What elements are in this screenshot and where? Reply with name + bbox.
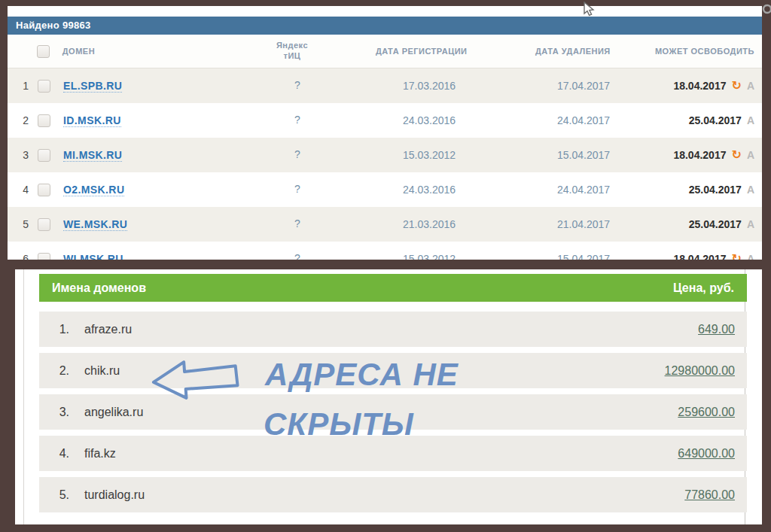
column-header-domain[interactable]: ДОМЕН bbox=[58, 47, 237, 56]
results-count-label: Найдено 99863 bbox=[16, 20, 91, 31]
price-table-title: Имена доменов bbox=[52, 281, 146, 295]
auction-flag: A bbox=[747, 114, 754, 126]
column-header-registration-date[interactable]: ДАТА РЕГИСТРАЦИИ bbox=[348, 47, 495, 56]
yandex-tic-value: ? bbox=[241, 148, 354, 162]
row-checkbox[interactable] bbox=[38, 253, 50, 260]
refresh-icon[interactable]: ↻ bbox=[731, 149, 741, 161]
list-item-number: 5. bbox=[39, 488, 69, 502]
registration-date: 17.03.2016 bbox=[354, 80, 504, 92]
release-date: 18.04.2017 bbox=[673, 253, 726, 260]
mouse-cursor-icon bbox=[582, 2, 596, 20]
list-item-price-link[interactable]: 649000.00 bbox=[678, 447, 735, 461]
list-item-domain: turdialog.ru bbox=[84, 488, 145, 502]
domain-link[interactable]: EL.SPB.RU bbox=[63, 80, 122, 93]
composite-screenshot: Найдено 99863 ДОМЕН Яндекс тИЦ ДАТА РЕГИ… bbox=[0, 0, 771, 532]
row-number: 5 bbox=[8, 218, 29, 230]
price-table: Имена доменов Цена, руб. 1. afraze.ru 64… bbox=[39, 274, 747, 512]
row-checkbox[interactable] bbox=[38, 80, 50, 93]
table-header-row: ДОМЕН Яндекс тИЦ ДАТА РЕГИСТРАЦИИ ДАТА У… bbox=[8, 35, 762, 68]
row-number: 6 bbox=[8, 253, 29, 260]
domain-search-results-panel: Найдено 99863 ДОМЕН Яндекс тИЦ ДАТА РЕГИ… bbox=[8, 6, 762, 260]
registration-date: 15.03.2012 bbox=[354, 253, 504, 260]
release-date: 18.04.2017 bbox=[673, 80, 726, 92]
deletion-date: 24.04.2017 bbox=[504, 184, 663, 196]
annotation-arrow-icon bbox=[150, 355, 242, 408]
list-item-price-link[interactable]: 649.00 bbox=[698, 323, 735, 336]
select-all-checkbox[interactable] bbox=[37, 45, 50, 58]
list-item-domain: chik.ru bbox=[84, 364, 120, 378]
price-table-header: Имена доменов Цена, руб. bbox=[39, 274, 747, 302]
auction-flag: A bbox=[747, 149, 754, 161]
table-row: 6 WI.MSK.RU ? 15.03.2012 15.04.2017 18.0… bbox=[8, 242, 762, 260]
yandex-tic-value: ? bbox=[241, 114, 354, 127]
list-item-price-link[interactable]: 259600.00 bbox=[678, 406, 735, 419]
list-item-number: 3. bbox=[39, 406, 69, 419]
price-list-item: 5. turdialog.ru 77860.00 bbox=[39, 477, 747, 512]
deletion-date: 17.04.2017 bbox=[504, 80, 663, 92]
refresh-icon[interactable]: ↻ bbox=[731, 253, 741, 260]
results-table-body: 1 EL.SPB.RU ? 17.03.2016 17.04.2017 18.0… bbox=[8, 68, 762, 260]
table-row: 3 MI.MSK.RU ? 15.03.2012 15.04.2017 18.0… bbox=[8, 138, 762, 172]
row-number: 1 bbox=[8, 80, 29, 92]
auction-flag: A bbox=[747, 184, 754, 196]
column-header-deletion-date[interactable]: ДАТА УДАЛЕНИЯ bbox=[495, 47, 651, 56]
row-number: 2 bbox=[8, 114, 29, 126]
row-number: 3 bbox=[8, 149, 29, 161]
list-item-domain: afraze.ru bbox=[84, 323, 132, 336]
yandex-tic-value: ? bbox=[241, 183, 354, 196]
release-date: 25.04.2017 bbox=[689, 218, 742, 230]
registration-date: 24.03.2016 bbox=[354, 114, 504, 126]
domain-link[interactable]: MI.MSK.RU bbox=[63, 149, 122, 162]
deletion-date: 24.04.2017 bbox=[504, 114, 663, 126]
row-checkbox[interactable] bbox=[38, 184, 50, 196]
price-list-item: 1. afraze.ru 649.00 bbox=[39, 312, 747, 347]
row-checkbox[interactable] bbox=[38, 218, 50, 231]
release-date: 25.04.2017 bbox=[689, 184, 742, 196]
table-row: 4 O2.MSK.RU ? 24.03.2016 24.04.2017 25.0… bbox=[8, 172, 762, 207]
domain-price-panel: Имена доменов Цена, руб. 1. afraze.ru 64… bbox=[15, 269, 762, 524]
list-item-number: 2. bbox=[39, 364, 69, 378]
list-item-price-link[interactable]: 77860.00 bbox=[684, 488, 735, 502]
domain-link[interactable]: WE.MSK.RU bbox=[63, 218, 127, 231]
corner-circle-icon bbox=[760, 2, 771, 17]
release-date: 18.04.2017 bbox=[673, 149, 726, 161]
table-row: 5 WE.MSK.RU ? 21.03.2016 21.04.2017 25.0… bbox=[8, 207, 762, 242]
column-header-may-release[interactable]: МОЖЕТ ОСВОБОДИТЬ bbox=[651, 47, 762, 56]
list-item-number: 1. bbox=[39, 323, 69, 336]
column-header-yandex-tic[interactable]: Яндекс тИЦ bbox=[236, 41, 347, 62]
registration-date: 24.03.2016 bbox=[354, 184, 504, 196]
deletion-date: 15.04.2017 bbox=[504, 149, 663, 161]
yandex-tic-value: ? bbox=[241, 217, 354, 231]
refresh-icon[interactable]: ↻ bbox=[731, 80, 741, 92]
price-column-label: Цена, руб. bbox=[673, 281, 734, 295]
row-checkbox[interactable] bbox=[38, 149, 50, 162]
row-number: 4 bbox=[8, 184, 29, 196]
registration-date: 21.03.2016 bbox=[354, 218, 504, 230]
deletion-date: 15.04.2017 bbox=[504, 253, 663, 260]
browser-strip bbox=[8, 6, 762, 17]
row-checkbox[interactable] bbox=[38, 114, 50, 127]
deletion-date: 21.04.2017 bbox=[504, 218, 663, 230]
annotation-text-line1: АДРЕСА НЕ bbox=[265, 357, 459, 393]
list-item-domain: fifa.kz bbox=[84, 447, 116, 461]
auction-flag: A bbox=[747, 253, 754, 260]
page-left-divider bbox=[23, 269, 24, 524]
list-item-number: 4. bbox=[39, 447, 69, 461]
domain-link[interactable]: O2.MSK.RU bbox=[63, 184, 124, 196]
yandex-tic-value: ? bbox=[241, 79, 354, 93]
auction-flag: A bbox=[747, 80, 754, 92]
registration-date: 15.03.2012 bbox=[354, 149, 504, 161]
list-item-price-link[interactable]: 12980000.00 bbox=[665, 364, 735, 378]
auction-flag: A bbox=[747, 218, 754, 230]
results-count-bar: Найдено 99863 bbox=[8, 17, 762, 35]
table-row: 2 ID.MSK.RU ? 24.03.2016 24.04.2017 25.0… bbox=[8, 103, 762, 138]
annotation-text-line2: СКРЫТЫ bbox=[264, 406, 414, 442]
domain-link[interactable]: ID.MSK.RU bbox=[63, 114, 121, 127]
list-item-domain: angelika.ru bbox=[84, 406, 143, 419]
release-date: 25.04.2017 bbox=[689, 114, 742, 126]
domain-link[interactable]: WI.MSK.RU bbox=[63, 253, 123, 260]
yandex-tic-value: ? bbox=[241, 252, 354, 260]
table-row: 1 EL.SPB.RU ? 17.03.2016 17.04.2017 18.0… bbox=[8, 68, 762, 103]
